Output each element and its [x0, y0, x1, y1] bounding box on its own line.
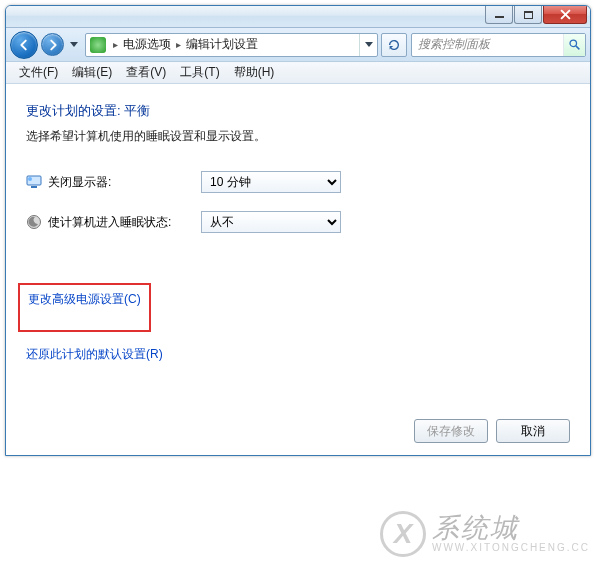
menu-view[interactable]: 查看(V): [119, 62, 173, 83]
menu-edit[interactable]: 编辑(E): [65, 62, 119, 83]
titlebar: [6, 6, 590, 28]
minimize-button[interactable]: [485, 6, 513, 24]
save-button[interactable]: 保存修改: [414, 419, 488, 443]
menu-bar: 文件(F) 编辑(E) 查看(V) 工具(T) 帮助(H): [6, 62, 590, 84]
navigation-bar: ▸ 电源选项 ▸ 编辑计划设置 搜索控制面板: [6, 28, 590, 62]
watermark: X 系统城 WWW.XITONGCHENG.CC: [380, 511, 590, 557]
sleep-label: 使计算机进入睡眠状态:: [48, 214, 201, 231]
address-bar[interactable]: ▸ 电源选项 ▸ 编辑计划设置: [85, 33, 378, 57]
link-advanced-settings[interactable]: 更改高级电源设置(C): [28, 291, 141, 308]
sleep-select[interactable]: 从不: [201, 211, 341, 233]
link-restore-defaults[interactable]: 还原此计划的默认设置(R): [26, 346, 163, 363]
moon-icon: [26, 214, 42, 230]
row-display-off: 关闭显示器: 10 分钟: [26, 171, 570, 193]
window-chrome: ▸ 电源选项 ▸ 编辑计划设置 搜索控制面板 文件(F) 编辑(E) 查看(V)…: [5, 5, 591, 456]
control-panel-icon: [90, 37, 106, 53]
nav-history-dropdown[interactable]: [67, 33, 81, 57]
menu-file[interactable]: 文件(F): [12, 62, 65, 83]
page-title: 更改计划的设置: 平衡: [26, 102, 570, 120]
highlight-box: 更改高级电源设置(C): [18, 283, 151, 332]
svg-point-0: [570, 40, 577, 47]
search-placeholder: 搜索控制面板: [418, 36, 490, 53]
content-area: 更改计划的设置: 平衡 选择希望计算机使用的睡眠设置和显示设置。 关闭显示器: …: [6, 84, 590, 455]
breadcrumb-power-options[interactable]: 电源选项: [121, 34, 173, 56]
watermark-logo: X: [380, 511, 426, 557]
watermark-text: 系统城: [432, 515, 590, 542]
cancel-button[interactable]: 取消: [496, 419, 570, 443]
forward-button[interactable]: [41, 33, 64, 56]
display-off-label: 关闭显示器:: [48, 174, 201, 191]
breadcrumb-caret-icon: ▸: [113, 39, 118, 50]
search-icon[interactable]: [563, 34, 585, 56]
svg-point-3: [28, 177, 32, 181]
svg-rect-2: [31, 186, 37, 188]
breadcrumb-edit-plan[interactable]: 编辑计划设置: [184, 34, 260, 56]
watermark-url: WWW.XITONGCHENG.CC: [432, 542, 590, 553]
links-area: 更改高级电源设置(C) 还原此计划的默认设置(R): [26, 283, 570, 379]
monitor-icon: [26, 174, 42, 190]
address-dropdown[interactable]: [359, 34, 377, 56]
row-sleep: 使计算机进入睡眠状态: 从不: [26, 211, 570, 233]
back-button[interactable]: [10, 31, 38, 59]
refresh-button[interactable]: [381, 33, 407, 57]
page-description: 选择希望计算机使用的睡眠设置和显示设置。: [26, 128, 570, 145]
search-input[interactable]: 搜索控制面板: [411, 33, 586, 57]
menu-tools[interactable]: 工具(T): [173, 62, 226, 83]
maximize-button[interactable]: [514, 6, 542, 24]
display-off-select[interactable]: 10 分钟: [201, 171, 341, 193]
menu-help[interactable]: 帮助(H): [227, 62, 282, 83]
breadcrumb-caret-icon: ▸: [176, 39, 181, 50]
close-button[interactable]: [543, 6, 587, 24]
footer-buttons: 保存修改 取消: [26, 407, 570, 443]
